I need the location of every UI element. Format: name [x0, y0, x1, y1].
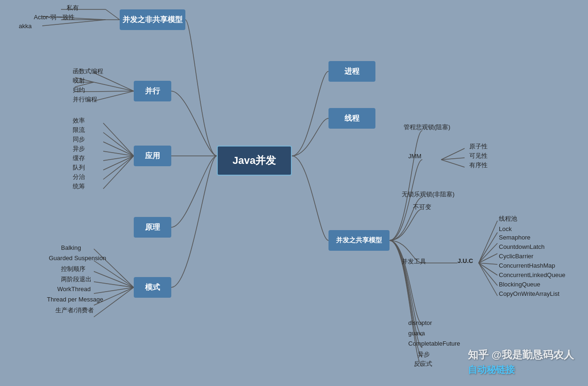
watermark: 知乎 @我是勤恳码农人 自动秘链接 — [468, 347, 574, 377]
node-yingyong: 应用 — [134, 146, 171, 166]
leaf-kongzhi: 控制顺序 — [61, 265, 85, 273]
leaf-shengchan: 生产者/消费者 — [55, 306, 94, 315]
node-jincheng: 进程 — [328, 61, 375, 82]
leaf-hanshu: 函数式编程 — [73, 67, 103, 76]
watermark-line2: 自动秘链接 — [468, 363, 574, 377]
leaf-juc: J.U.C — [458, 257, 473, 264]
node-bingxing: 并行 — [134, 81, 171, 101]
leaf-duilie: 队列 — [73, 163, 85, 172]
leaf-fenzhi: 分治 — [73, 173, 85, 181]
leaf-disruptor: disruptor — [408, 319, 432, 326]
node-center: Java并发 — [217, 146, 292, 176]
leaf-youxuxing: 有序性 — [469, 161, 488, 170]
svg-line-21 — [103, 156, 134, 189]
leaf-liangjietime: 两阶段退出 — [61, 275, 92, 284]
leaf-semaphore: Semaphore — [499, 234, 530, 241]
leaf-workthread: WorkThread — [57, 286, 91, 293]
leaf-yibu: 异步 — [73, 145, 85, 153]
svg-line-37 — [479, 263, 497, 275]
leaf-xianliu: 限流 — [73, 126, 85, 134]
leaf-bingxingbiancheng: 并行编程 — [73, 95, 97, 104]
leaf-jmm: JMM — [408, 153, 421, 160]
leaf-bukebian: 不可变 — [413, 203, 431, 211]
svg-line-38 — [479, 263, 497, 286]
node-feixianxing: 并发之非共享模型 — [120, 9, 185, 30]
svg-line-14 — [103, 123, 134, 156]
leaf-yuanzixing: 原子性 — [469, 142, 488, 151]
leaf-threadpermsg: Thread per Message — [47, 296, 103, 303]
svg-line-0 — [106, 9, 120, 20]
leaf-actor: Actor-弱一致性 — [34, 13, 75, 22]
leaf-bingfagongju: 并发工具 — [402, 257, 426, 266]
node-gongxiang: 并发之共享模型 — [328, 230, 389, 251]
leaf-countdownlatch: CountdownLatch — [499, 243, 545, 250]
leaf-wusuo: 无锁乐观锁(非阻塞) — [402, 190, 455, 199]
leaf-copyonwrite: CopyOnWriteArrayList — [499, 290, 559, 297]
leaf-guarded: Guarded Suspension — [49, 255, 106, 262]
svg-line-39 — [479, 263, 497, 296]
leaf-kejianxing: 可见性 — [469, 152, 488, 160]
node-xiancheng: 线程 — [328, 108, 375, 129]
leaf-xiaolv: 效率 — [73, 116, 85, 125]
leaf-huancun: 缓存 — [73, 154, 85, 162]
leaf-balking: Balking — [61, 244, 81, 251]
leaf-guava: guava — [408, 330, 425, 337]
svg-line-31 — [441, 160, 465, 167]
node-moshi: 模式 — [134, 277, 171, 298]
svg-line-34 — [479, 243, 497, 263]
svg-line-9 — [94, 91, 134, 101]
svg-line-8 — [94, 91, 134, 92]
leaf-concurrentlinkedqueue: ConcurrentLinkedQueue — [499, 271, 565, 278]
leaf-lock: Lock — [499, 225, 512, 232]
svg-line-36 — [479, 263, 497, 264]
leaf-cyclicbarrier: CyclicBarrier — [499, 253, 534, 260]
node-yuanli: 原理 — [134, 217, 171, 238]
leaf-yingshe: 映射 — [73, 77, 85, 85]
leaf-concurrenthashmap: ConcurrentHashMap — [499, 262, 555, 269]
leaf-tongchou: 统筹 — [73, 182, 85, 191]
svg-line-32 — [479, 221, 497, 263]
leaf-blockingqueue: BlockingQueue — [499, 281, 540, 288]
watermark-line1: 知乎 @我是勤恳码农人 — [468, 347, 574, 363]
leaf-akka: akka — [19, 23, 31, 30]
leaf-tongbu: 同步 — [73, 135, 85, 144]
leaf-xianchengchi: 线程池 — [499, 215, 517, 223]
leaf-fanyingshi: 反应式 — [414, 360, 432, 368]
svg-line-7 — [94, 82, 134, 91]
leaf-guanCheng: 管程悲观锁(阻塞) — [404, 123, 451, 131]
leaf-completablefuture: CompletableFuture — [408, 340, 460, 347]
leaf-siyo: 私有 — [67, 4, 79, 12]
leaf-guiyue: 归约 — [73, 86, 85, 94]
leaf-yibu2: 异步 — [418, 350, 430, 359]
svg-line-25 — [94, 282, 134, 287]
